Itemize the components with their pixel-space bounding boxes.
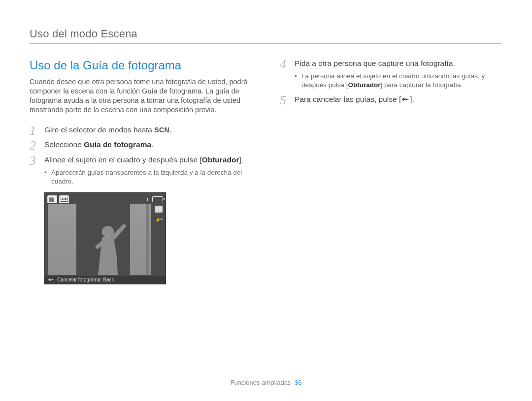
section-title: Uso de la Guía de fotograma	[30, 59, 252, 72]
step-3-text-suffix: ].	[239, 155, 243, 164]
battery-icon	[152, 196, 163, 202]
step-5-text-prefix: Para cancelar las guías, pulse [	[295, 95, 401, 103]
step-3-text-prefix: Alinee el sujeto en el cuadro y después …	[44, 155, 202, 164]
content-columns: Uso de la Guía de fotograma Cuando desee…	[30, 59, 502, 284]
footer-page-number: 36	[295, 379, 301, 386]
steps-list-left: Gire el selector de modos hasta SCN. Sel…	[30, 125, 252, 186]
step-1-text-suffix: .	[169, 125, 171, 134]
step-2-text-prefix: Seleccione	[44, 140, 84, 149]
camera-preview: I ⚡ᴬ	[44, 192, 166, 284]
step-1-text-prefix: Gire el selector de modos hasta	[44, 125, 154, 134]
camera-bottombar: Cancelar fotograma: Back	[45, 276, 166, 284]
svg-rect-1	[49, 197, 53, 198]
frame-guide-badge-icon	[59, 195, 69, 203]
step-3-sublist: Aparecerán guías transparentes a la izqu…	[44, 168, 252, 186]
camera-bottom-label: Cancelar fotograma: Back	[57, 277, 114, 282]
svg-rect-4	[65, 198, 66, 200]
steps-list-right: Pida a otra persona que capture una foto…	[280, 59, 502, 105]
step-5-text-suffix: ].	[410, 95, 414, 103]
camera-mode-icon-1	[155, 206, 163, 213]
guide-overlay-right	[130, 204, 151, 275]
camera-topbar: I	[47, 195, 163, 203]
right-column: Pida a otra persona que capture una foto…	[280, 59, 502, 284]
guide-overlay-left	[48, 204, 76, 275]
page: Uso del modo Escena Uso de la Guía de fo…	[0, 0, 532, 401]
step-5: Para cancelar las guías, pulse [ ].	[280, 94, 502, 105]
back-icon	[48, 277, 55, 282]
step-3-sub-1: Aparecerán guías transparentes a la izqu…	[44, 168, 252, 186]
step-4-sub-1-bold: Obturador	[348, 81, 381, 89]
scn-badge-icon	[47, 195, 57, 203]
header-title: Uso del modo Escena	[30, 28, 137, 40]
step-1: Gire el selector de modos hasta SCN.	[30, 125, 252, 135]
step-3: Alinee el sujeto en el cuadro y después …	[30, 155, 252, 186]
scn-mode-icon: SCN	[154, 125, 169, 135]
step-2: Seleccione Guía de fotograma.	[30, 140, 252, 150]
step-4-sub-1-suffix: ] para capturar la fotografía.	[381, 81, 463, 89]
step-2-text-suffix: .	[151, 140, 153, 149]
step-2-bold: Guía de fotograma	[84, 140, 151, 149]
subject-silhouette	[88, 221, 131, 275]
back-arrow-icon	[401, 95, 410, 102]
svg-rect-0	[49, 198, 54, 202]
page-footer: Funciones ampliadas 36	[0, 379, 532, 386]
step-3-bold: Obturador	[202, 155, 239, 164]
camera-counter: I	[147, 197, 148, 202]
camera-rightbar: ⚡ᴬ	[154, 206, 163, 223]
footer-section: Funciones ampliadas	[231, 379, 291, 386]
flash-auto-icon: ⚡ᴬ	[155, 216, 163, 223]
svg-point-3	[62, 198, 64, 200]
left-column: Uso de la Guía de fotograma Cuando desee…	[30, 59, 252, 284]
step-4: Pida a otra persona que capture una foto…	[280, 59, 502, 90]
step-4-text: Pida a otra persona que capture una foto…	[295, 59, 455, 67]
step-4-sublist: La persona alinea el sujeto en el cuadro…	[295, 72, 502, 90]
step-4-sub-1: La persona alinea el sujeto en el cuadro…	[295, 72, 502, 90]
intro-paragraph: Cuando desee que otra persona tome una f…	[30, 77, 252, 115]
page-header: Uso del modo Escena	[30, 28, 502, 44]
